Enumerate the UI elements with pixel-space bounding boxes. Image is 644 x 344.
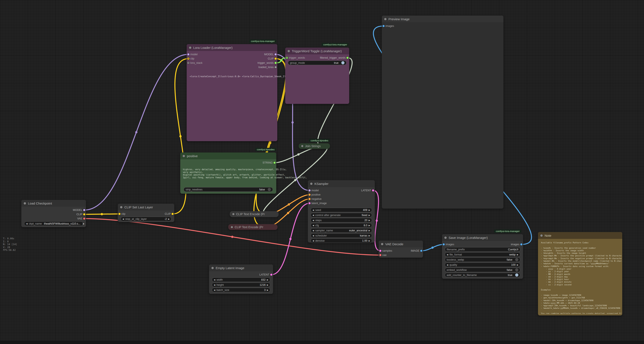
latent-output-port[interactable] bbox=[270, 274, 272, 276]
node-clip-text-encode-positive[interactable]: CLIP Text Encode (Pr bbox=[230, 211, 278, 217]
strip-newlines-toggle[interactable]: strip_newlinesfalse bbox=[184, 187, 273, 192]
string-output-port[interactable] bbox=[274, 162, 276, 164]
node-graph-canvas[interactable]: Load Checkpoint MODEL CLIP VAE ◀ckpt_nam… bbox=[0, 0, 644, 344]
toggle-off-icon[interactable] bbox=[268, 188, 271, 191]
prev-arrow-icon[interactable]: ◀ bbox=[122, 218, 124, 220]
file-format-widget[interactable]: ◀file_formatwebp▶ bbox=[445, 252, 520, 257]
batch-size-widget[interactable]: ◀batch_size3▶ bbox=[212, 288, 270, 292]
prev-arrow-icon[interactable]: ◀ bbox=[312, 209, 314, 211]
scheduler-widget[interactable]: ◀schedulerkarras▶ bbox=[310, 233, 372, 238]
next-arrow-icon[interactable]: ▶ bbox=[83, 223, 84, 225]
trigger-words-output-port[interactable] bbox=[274, 62, 277, 64]
node-title-bar[interactable]: TriggerWord Toggle (LoraManager) bbox=[285, 48, 349, 54]
node-lora-loader[interactable]: comfyui-lora-manager Lora Loader (LoraMa… bbox=[187, 44, 277, 141]
prompt-text[interactable]: highres, very detailed, amazing quality,… bbox=[183, 168, 307, 179]
node-ksampler[interactable]: KSampler modelLATENT positive negative l… bbox=[308, 180, 375, 242]
filtered-trigger-words-output-port[interactable] bbox=[346, 57, 348, 59]
sampler-name-widget[interactable]: ◀sampler_nameeuler_ancestral▶ bbox=[310, 228, 372, 233]
node-empty-latent-image[interactable]: Empty Latent Image LATENT ◀width832▶ ◀he… bbox=[209, 264, 273, 294]
node-clip-set-last-layer[interactable]: CLIP Set Last Layer clipCLIP ◀stop_at_cl… bbox=[118, 204, 174, 222]
prev-arrow-icon[interactable]: ◀ bbox=[312, 234, 314, 237]
images-output-port[interactable] bbox=[520, 243, 522, 246]
prev-arrow-icon[interactable]: ◀ bbox=[312, 219, 314, 221]
node-title-bar[interactable]: Save Image (LoraManager) bbox=[442, 234, 523, 241]
prev-arrow-icon[interactable]: ◀ bbox=[447, 254, 448, 256]
height-widget[interactable]: ◀height1216▶ bbox=[212, 282, 270, 287]
model-input-port[interactable] bbox=[187, 53, 190, 56]
loaded-loras-output-port[interactable] bbox=[274, 66, 277, 68]
next-arrow-icon[interactable]: ▶ bbox=[368, 230, 370, 232]
prev-arrow-icon[interactable]: ◀ bbox=[312, 230, 314, 232]
next-arrow-icon[interactable]: ▶ bbox=[267, 284, 268, 286]
filename-prefix-widget[interactable]: filename_prefixComfyUI bbox=[445, 247, 520, 252]
embed-workflow-toggle[interactable]: embed_workflowfalse bbox=[445, 268, 520, 272]
next-arrow-icon[interactable]: ▶ bbox=[267, 289, 268, 291]
node-clip-text-encode-negative[interactable]: CLIP Text Encode (Pr bbox=[228, 224, 278, 230]
node-title-bar[interactable]: CLIP Set Last Layer bbox=[118, 204, 174, 210]
images-input-port[interactable] bbox=[382, 25, 384, 27]
next-arrow-icon[interactable]: ▶ bbox=[517, 264, 518, 266]
clip-output-port[interactable] bbox=[83, 213, 85, 216]
prev-arrow-icon[interactable]: ◀ bbox=[214, 289, 215, 291]
latent-image-input-port[interactable] bbox=[308, 202, 310, 204]
next-arrow-icon[interactable]: ▶ bbox=[368, 224, 370, 226]
positive-input-port[interactable] bbox=[308, 194, 310, 196]
next-arrow-icon[interactable]: ▶ bbox=[368, 209, 370, 211]
vae-output-port[interactable] bbox=[83, 218, 85, 220]
group-mode-toggle[interactable]: group_modetrue bbox=[288, 60, 346, 65]
cfg-widget[interactable]: ◀cfg8.0▶ bbox=[310, 223, 372, 228]
stop-at-clip-layer-widget[interactable]: ◀stop_at_clip_layer-2▶ bbox=[120, 217, 172, 221]
prev-arrow-icon[interactable]: ◀ bbox=[447, 264, 448, 266]
denoise-widget[interactable]: ◀denoise1.00▶ bbox=[310, 238, 372, 243]
vae-input-port[interactable] bbox=[379, 254, 382, 256]
model-input-port[interactable] bbox=[308, 190, 310, 192]
toggle-off-icon[interactable] bbox=[515, 268, 518, 272]
node-save-image[interactable]: comfyui-lora-manager Save Image (LoraMan… bbox=[442, 234, 523, 279]
images-input-port[interactable] bbox=[443, 243, 445, 246]
next-arrow-icon[interactable]: ▶ bbox=[368, 214, 370, 216]
next-arrow-icon[interactable]: ▶ bbox=[267, 279, 268, 281]
node-title-bar[interactable]: Preview Image bbox=[382, 16, 504, 22]
prev-arrow-icon[interactable]: ◀ bbox=[214, 284, 215, 286]
next-arrow-icon[interactable]: ▶ bbox=[168, 218, 170, 220]
ckpt-name-widget[interactable]: ◀ckpt_nameil\waiNSFWIllustrious_v110.s..… bbox=[24, 221, 83, 226]
prev-arrow-icon[interactable]: ◀ bbox=[312, 214, 314, 216]
node-title-bar[interactable]: Load Checkpoint bbox=[21, 200, 86, 207]
image-output-port[interactable] bbox=[420, 250, 422, 252]
quality-widget[interactable]: ◀quality100▶ bbox=[445, 262, 520, 267]
samples-input-port[interactable] bbox=[379, 250, 382, 252]
model-output-port[interactable] bbox=[83, 209, 85, 211]
prev-arrow-icon[interactable]: ◀ bbox=[312, 240, 314, 242]
toggle-on-icon[interactable] bbox=[341, 61, 344, 64]
next-arrow-icon[interactable]: ▶ bbox=[368, 234, 370, 237]
next-arrow-icon[interactable]: ▶ bbox=[368, 219, 370, 221]
control-after-generate-widget[interactable]: ◀control after generatefixed▶ bbox=[310, 213, 372, 217]
next-arrow-icon[interactable]: ▶ bbox=[368, 240, 370, 242]
node-title-bar[interactable]: VAE Decode bbox=[379, 240, 423, 248]
node-title-bar[interactable]: Lora Loader (LoraManager) bbox=[187, 44, 277, 51]
lossless-webp-toggle[interactable]: lossless_webpfalse bbox=[445, 258, 520, 262]
trigger-words-input-port[interactable] bbox=[286, 57, 288, 59]
node-preview-image[interactable]: Preview Image images bbox=[382, 16, 504, 208]
node-note[interactable]: Note Available filename_prefix Pattern C… bbox=[538, 232, 622, 316]
clip-input-port[interactable] bbox=[187, 58, 190, 60]
prev-arrow-icon[interactable]: ◀ bbox=[26, 223, 28, 225]
node-title-bar[interactable]: positive bbox=[180, 152, 276, 159]
node-join-strings[interactable]: comfyui-kjnodes Join Strings bbox=[299, 143, 330, 149]
toggle-on-icon[interactable] bbox=[515, 274, 518, 276]
node-triggerword-toggle[interactable]: comfyui-lora-manager TriggerWord Toggle … bbox=[285, 48, 349, 104]
node-title-bar[interactable]: KSampler bbox=[308, 180, 375, 187]
next-arrow-icon[interactable]: ▶ bbox=[517, 254, 518, 256]
note-text[interactable]: Available filename_prefix Pattern Codes … bbox=[541, 242, 622, 314]
node-title-bar[interactable]: Empty Latent Image bbox=[209, 264, 273, 271]
prev-arrow-icon[interactable]: ◀ bbox=[214, 279, 215, 281]
prev-arrow-icon[interactable]: ◀ bbox=[312, 224, 314, 226]
negative-input-port[interactable] bbox=[308, 198, 310, 200]
lora-stack-input-port[interactable] bbox=[187, 62, 190, 64]
node-title-bar[interactable]: Note bbox=[538, 232, 622, 239]
model-output-port[interactable] bbox=[274, 53, 277, 56]
steps-widget[interactable]: ◀steps20▶ bbox=[310, 218, 372, 222]
toggle-off-icon[interactable] bbox=[515, 258, 518, 261]
latent-output-port[interactable] bbox=[372, 190, 374, 192]
add-counter-to-filename-toggle[interactable]: add_counter_to_filenametrue bbox=[445, 273, 520, 277]
